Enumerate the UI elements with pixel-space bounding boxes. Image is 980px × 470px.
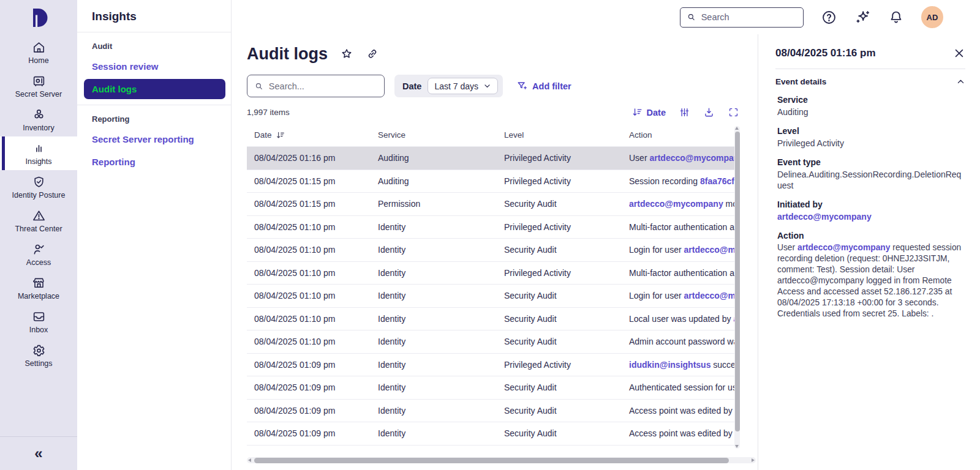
help-button[interactable]	[821, 9, 837, 26]
horizontal-scrollbar-thumb[interactable]	[254, 458, 729, 463]
global-search[interactable]	[680, 7, 804, 28]
vertical-scrollbar[interactable]	[734, 126, 740, 449]
action-link[interactable]: artdecco@mycompany	[629, 199, 723, 209]
column-header-date[interactable]: Date	[247, 130, 371, 140]
field-value: Delinea.Auditing.SessionRecording.Deleti…	[777, 169, 965, 191]
add-filter-button[interactable]: Add filter	[516, 80, 571, 92]
cell-service: Identity	[371, 360, 497, 370]
customize-columns-button[interactable]	[679, 106, 690, 118]
sort-button-label: Date	[647, 108, 666, 118]
field-label: Event type	[777, 157, 965, 168]
table-toolbar: Date	[631, 106, 739, 118]
scroll-down-arrow[interactable]	[735, 445, 739, 448]
table-row[interactable]: 08/04/2025 01:09 pmIdentitySecurity Audi…	[247, 422, 740, 446]
subnav-item-session-review[interactable]: Session review	[84, 56, 225, 76]
table-row[interactable]: 08/04/2025 01:10 pmIdentitySecurity Audi…	[247, 285, 740, 308]
action-text-pre: User	[777, 243, 797, 252]
subnav-item-secret-server-reporting[interactable]: Secret Server reporting	[84, 129, 225, 149]
subnav-section-audit: Audit	[77, 32, 231, 54]
panel-header: 08/04/2025 01:16 pm	[775, 47, 965, 59]
horizontal-scrollbar[interactable]	[247, 457, 756, 463]
sort-by-date-button[interactable]: Date	[631, 106, 666, 118]
table-row[interactable]: 08/04/2025 01:16 pmAuditingPrivileged Ac…	[247, 147, 740, 170]
sidebar-item-inventory[interactable]: Inventory	[0, 103, 77, 136]
table-row[interactable]: 08/04/2025 01:10 pmIdentitySecurity Audi…	[247, 330, 740, 354]
field-event-type: Event type Delinea.Auditing.SessionRecor…	[777, 157, 965, 191]
cell-level: Security Audit	[497, 245, 622, 255]
action-link[interactable]: artdecco@mycompany	[649, 153, 740, 163]
cell-action: artdecco@mycompany mod	[622, 199, 740, 209]
close-panel-button[interactable]	[953, 47, 965, 59]
table-row[interactable]: 08/04/2025 01:15 pmPermissionSecurity Au…	[247, 193, 740, 216]
action-description: User artdecco@mycompany requested sessio…	[777, 242, 965, 319]
copy-link-button[interactable]	[366, 47, 379, 61]
action-link[interactable]: artdecco@my	[684, 245, 741, 255]
collapse-sidebar-button[interactable]: «	[0, 437, 77, 470]
cell-level: Privileged Activity	[497, 222, 622, 232]
subnav-item-audit-logs[interactable]: Audit logs	[84, 79, 225, 99]
field-label: Service	[777, 94, 965, 106]
scroll-left-arrow[interactable]	[248, 458, 251, 462]
cell-date: 08/04/2025 01:09 pm	[247, 382, 371, 392]
cell-level: Security Audit	[497, 291, 622, 300]
sidebar-item-identity-posture[interactable]: Identity Posture	[0, 170, 77, 204]
sliders-icon	[679, 106, 690, 118]
sidebar-item-insights[interactable]: Insights	[0, 136, 77, 170]
notifications-button[interactable]	[888, 9, 904, 25]
audit-table-body: 08/04/2025 01:16 pmAuditingPrivileged Ac…	[247, 147, 740, 446]
sidebar-item-label: Inventory	[23, 124, 54, 132]
table-row[interactable]: 08/04/2025 01:09 pmIdentitySecurity Audi…	[247, 376, 740, 400]
column-header-level[interactable]: Level	[497, 130, 622, 140]
add-filter-label: Add filter	[532, 81, 571, 91]
vertical-scrollbar-thumb[interactable]	[735, 132, 740, 431]
cell-action: Access point was edited by i	[622, 406, 740, 416]
table-row[interactable]: 08/04/2025 01:10 pmIdentitySecurity Audi…	[247, 239, 740, 262]
cell-level: Security Audit	[497, 199, 622, 209]
sidebar-item-settings[interactable]: Settings	[0, 338, 77, 372]
audit-table: Date Service Level Action 08/04/2025 01:…	[247, 124, 740, 446]
global-search-input[interactable]	[701, 12, 797, 22]
event-details-section-toggle[interactable]: Event details	[775, 77, 965, 86]
download-button[interactable]	[703, 106, 715, 118]
table-row[interactable]: 08/04/2025 01:10 pmIdentityPrivileged Ac…	[247, 262, 740, 285]
app-logo[interactable]	[0, 0, 77, 35]
scroll-up-arrow[interactable]	[735, 127, 739, 130]
action-link[interactable]: idudkin@insightsus	[629, 360, 710, 370]
cell-action: Local user was updated by a	[622, 314, 740, 324]
avatar[interactable]: AD	[921, 6, 943, 28]
action-link[interactable]: 8faa76cf-	[700, 176, 737, 186]
warning-triangle-icon	[32, 209, 46, 223]
field-action: Action User artdecco@mycompany requested…	[777, 230, 965, 319]
sidebar-item-marketplace[interactable]: Marketplace	[0, 271, 77, 305]
shield-check-icon	[32, 175, 46, 189]
cell-date: 08/04/2025 01:10 pm	[247, 314, 371, 324]
cell-level: Security Audit	[497, 382, 622, 392]
table-search[interactable]	[247, 75, 385, 97]
field-label: Initiated by	[777, 199, 965, 211]
table-row[interactable]: 08/04/2025 01:09 pmIdentityPrivileged Ac…	[247, 354, 740, 377]
sidebar-item-inbox[interactable]: Inbox	[0, 305, 77, 338]
sidebar-item-secret-server[interactable]: Secret Server	[0, 69, 77, 103]
action-link[interactable]: artdecco@my	[684, 291, 741, 300]
avatar-initials: AD	[927, 13, 938, 22]
sidebar-item-label: Identity Posture	[12, 191, 66, 200]
sidebar-item-home[interactable]: Home	[0, 35, 77, 69]
ai-assistant-button[interactable]	[854, 9, 871, 26]
favorite-button[interactable]	[340, 47, 353, 61]
column-header-service[interactable]: Service	[371, 130, 497, 140]
cell-service: Identity	[371, 382, 497, 392]
subnav-item-reporting[interactable]: Reporting	[84, 152, 225, 172]
initiated-by-link[interactable]: artdecco@mycompany	[777, 212, 872, 222]
table-row[interactable]: 08/04/2025 01:15 pmAuditingPrivileged Ac…	[247, 170, 740, 193]
table-row[interactable]: 08/04/2025 01:09 pmIdentitySecurity Audi…	[247, 400, 740, 423]
action-user-link[interactable]: artdecco@mycompany	[797, 243, 890, 252]
sidebar-item-access[interactable]: Access	[0, 237, 77, 271]
scroll-right-arrow[interactable]	[752, 458, 755, 462]
column-header-action[interactable]: Action	[622, 130, 740, 140]
table-row[interactable]: 08/04/2025 01:10 pmIdentitySecurity Audi…	[247, 308, 740, 331]
table-row[interactable]: 08/04/2025 01:10 pmIdentityPrivileged Ac…	[247, 216, 740, 239]
date-range-select[interactable]: Last 7 days	[428, 78, 498, 94]
sidebar-item-threat-center[interactable]: Threat Center	[0, 204, 77, 237]
table-search-input[interactable]	[269, 81, 377, 91]
fullscreen-button[interactable]	[728, 106, 739, 118]
